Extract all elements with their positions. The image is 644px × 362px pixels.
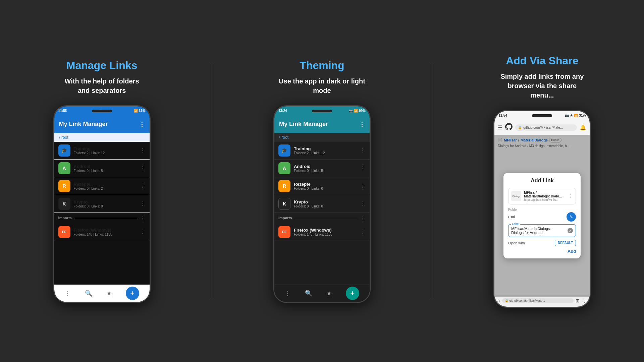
- bell-icon[interactable]: 🔔: [580, 124, 586, 131]
- status-bar-browser: 11:54 📷 ★ 📶 31%: [494, 111, 590, 120]
- signal-icon: 📶: [134, 109, 138, 113]
- add-via-share-title: Add Via Share: [506, 55, 578, 67]
- list-item[interactable]: K Krypto Folders: 0 | Links: 0 ⋮: [54, 195, 150, 213]
- item-sub: Folders: 0 | Links: 5: [74, 169, 140, 173]
- link-info: MFlisar/MaterialDialogs: Dialo... https:…: [524, 191, 566, 201]
- lock-bottom-icon: 🔒: [505, 299, 508, 302]
- add-link-button[interactable]: Add: [508, 249, 576, 254]
- item-more-icon[interactable]: ⋮: [360, 183, 366, 189]
- link-name: MFlisar/MaterialDialogs: Dialo...: [524, 191, 566, 198]
- separator-imports: Imports ⋮: [54, 213, 150, 223]
- item-name: Firefox (Windows): [74, 228, 140, 233]
- home-icon[interactable]: ⌂: [497, 298, 500, 303]
- dialogs-label-small: Dialogs: [513, 195, 520, 197]
- phone-browser: 11:54 📷 ★ 📶 31% ☰ 🔒 github.com/MFlisar/M…: [493, 110, 591, 308]
- folder-label: Folder: [508, 208, 576, 212]
- status-time-dark: 13:24: [278, 109, 287, 113]
- clear-label-button[interactable]: ✕: [568, 228, 573, 233]
- item-more-icon[interactable]: ⋮: [140, 229, 146, 235]
- item-info: Android Folders: 0 | Links: 5: [294, 164, 360, 173]
- list-item[interactable]: A Android Folders: 0 | Links: 5 ⋮: [54, 160, 150, 177]
- folder-icon: 🎓: [278, 144, 290, 157]
- dialog-overlay: Add Link Dialogs MFlisar/MaterialDialogs…: [494, 135, 590, 297]
- item-more-icon[interactable]: ⋮: [360, 200, 366, 207]
- search-icon-dark[interactable]: 🔍: [305, 290, 312, 297]
- browser-nav-bar: ☰ 🔒 github.com/MFlisar/Mate... 🔔: [494, 120, 590, 135]
- more-icon-dark[interactable]: ⋮: [359, 121, 365, 128]
- phone-dark: 13:24 📷 📶 99% My Link Manager ⋮ \ root 🎓…: [273, 105, 371, 303]
- browser-more-icon[interactable]: ⋮: [582, 298, 587, 304]
- app-bar-light: My Link Manager ⋮: [54, 116, 150, 133]
- star-browser-icon: ★: [570, 114, 573, 117]
- add-via-share-subtitle: Simply add links from anybrowser via the…: [500, 72, 584, 100]
- separator-more-icon[interactable]: ⋮: [140, 215, 146, 221]
- breadcrumb-label-dark[interactable]: root: [281, 135, 288, 140]
- item-name: Krypto: [74, 199, 140, 204]
- folder-row: root ✎: [508, 212, 576, 222]
- item-sub: Folders: 2 | Links: 12: [294, 151, 360, 155]
- tabs-icon[interactable]: ⊞: [576, 298, 580, 303]
- item-more-icon[interactable]: ⋮: [360, 147, 366, 154]
- folder-icon: R: [278, 180, 290, 192]
- list-item[interactable]: 🎓 Training Folders: 2 | Links: 12 ⋮: [274, 142, 370, 160]
- folder-icon-rezepte: R: [58, 180, 70, 192]
- item-info: Training Folders: 2 | Links: 12: [294, 146, 360, 155]
- item-more-icon[interactable]: ⋮: [140, 147, 146, 154]
- menu-icon-dark[interactable]: ⋮: [285, 290, 291, 297]
- separator-label: Imports: [58, 216, 72, 220]
- list-item[interactable]: FF Firefox (Windows) Folders: 148 | Link…: [274, 223, 370, 241]
- list-item[interactable]: K Krypto Folders: 0 | Links: 0 ⋮: [274, 195, 370, 213]
- status-icons-dark: 📷 📶 99%: [349, 109, 366, 113]
- item-info: Rezepte Folders: 0 | Links: 0: [294, 182, 360, 190]
- item-more-icon[interactable]: ⋮: [140, 183, 146, 189]
- item-name: Android: [294, 164, 360, 169]
- link-favicon: Dialogs: [511, 191, 521, 201]
- bottom-url-bar[interactable]: 🔒 github.com/MFlisar/Mate...: [502, 298, 574, 303]
- app-bar-dark: My Link Manager ⋮: [274, 116, 370, 133]
- battery-browser: 31%: [579, 114, 586, 117]
- item-info-android: Android Folders: 0 | Links: 5: [74, 164, 140, 173]
- label-input[interactable]: Label MFlisar/MaterialDialogs:Dialogs fo…: [508, 224, 576, 237]
- url-bar[interactable]: 🔒 github.com/MFlisar/Mate...: [515, 124, 577, 131]
- item-info: Krypto Folders: 0 | Links: 0: [294, 199, 360, 208]
- more-vert-icon[interactable]: ⋮: [139, 121, 145, 128]
- fab-button-dark[interactable]: +: [346, 287, 359, 300]
- separator-more-icon-dark[interactable]: ⋮: [360, 215, 366, 221]
- item-sub: Folders: 148 | Links: 1158: [294, 233, 360, 236]
- camera-icon: 📷: [349, 109, 353, 113]
- separator-label-dark: Imports: [278, 216, 292, 220]
- separator-line: [74, 218, 138, 218]
- list-item[interactable]: FF Firefox (Windows) Folders: 148 | Link…: [54, 223, 150, 241]
- breadcrumb-light: \ root: [54, 133, 150, 142]
- item-more-icon[interactable]: ⋮: [140, 165, 146, 171]
- theming-section: Theming Use the app in dark or lightmode…: [228, 59, 416, 303]
- separator-line-dark: [294, 218, 358, 218]
- status-time-browser: 11:54: [498, 114, 507, 117]
- list-item[interactable]: R Rezepte Folders: 0 | Links: 2 ⋮: [54, 177, 150, 195]
- folder-icon-krypto: K: [58, 198, 70, 210]
- hamburger-icon[interactable]: ☰: [498, 124, 502, 131]
- list-item[interactable]: 🎓 Training Folders: 2 | Links: 12 ⋮: [54, 142, 150, 160]
- list-item[interactable]: R Rezepte Folders: 0 | Links: 0 ⋮: [274, 177, 370, 195]
- folder-icon-android: A: [58, 162, 70, 174]
- label-input-text: MFlisar/MaterialDialogs:Dialogs for Andr…: [511, 227, 551, 235]
- search-icon[interactable]: 🔍: [85, 290, 92, 297]
- app-title: My Link Manager: [59, 121, 108, 128]
- breadcrumb-label[interactable]: root: [61, 135, 68, 140]
- item-more-icon[interactable]: ⋮: [140, 200, 146, 207]
- battery-text: 31%: [139, 109, 146, 113]
- default-button[interactable]: DEFAULT: [555, 240, 576, 246]
- link-more-icon[interactable]: ⋮: [568, 193, 573, 199]
- star-icon-dark[interactable]: ★: [326, 290, 332, 297]
- edit-folder-button[interactable]: ✎: [567, 212, 576, 222]
- folder-field: Folder root ✎: [508, 208, 576, 222]
- list-item[interactable]: A Android Folders: 0 | Links: 5 ⋮: [274, 160, 370, 177]
- item-info: Firefox (Windows) Folders: 148 | Links: …: [294, 228, 360, 236]
- add-via-share-section: Add Via Share Simply add links from anyb…: [448, 55, 636, 308]
- fab-button[interactable]: +: [126, 287, 139, 300]
- item-more-icon[interactable]: ⋮: [360, 165, 366, 171]
- separator-dark: Imports ⋮: [274, 213, 370, 223]
- item-more-icon[interactable]: ⋮: [360, 229, 366, 235]
- menu-icon[interactable]: ⋮: [65, 290, 71, 297]
- star-icon[interactable]: ★: [106, 290, 112, 297]
